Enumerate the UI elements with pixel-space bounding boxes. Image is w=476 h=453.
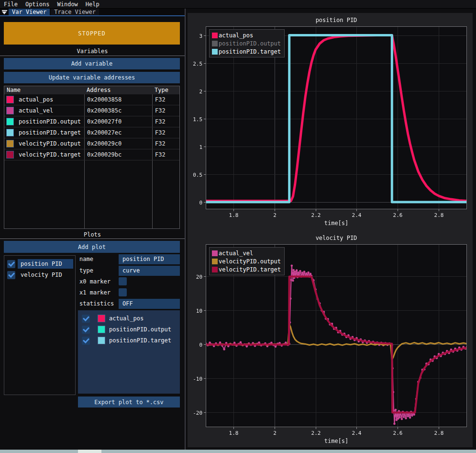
menu-item-options[interactable]: Options	[22, 0, 54, 9]
statistics-field[interactable]: OFF	[119, 299, 180, 309]
status-button[interactable]: STOPPED	[4, 22, 180, 45]
plot-list-item-position-pid[interactable]: position PID	[7, 259, 73, 269]
plot-list-item-label[interactable]: velocity PID	[18, 270, 73, 280]
variable-type: F32	[152, 96, 179, 103]
update-variable-addresses-button[interactable]: Update variable addresses	[4, 72, 180, 83]
menu-item-help[interactable]: Help	[82, 0, 103, 9]
variable-name: actual_pos	[14, 96, 53, 103]
x1-marker-label: x1 marker	[79, 288, 111, 298]
var-viewer-panel: STOPPED Variables Add variable Update va…	[0, 17, 185, 450]
series-label: actual_pos	[109, 315, 144, 322]
series-item[interactable]: positionPID.output	[82, 324, 177, 335]
plot-list-item-velocity-pid[interactable]: velocity PID	[7, 270, 73, 280]
chart-legend: actual_velvelocityPID.outputvelocityPID.…	[209, 247, 285, 275]
variable-address: 0x200027f0	[84, 118, 152, 125]
series-item[interactable]: actual_pos	[82, 313, 177, 324]
legend-item[interactable]: positionPID.output	[212, 39, 281, 47]
variable-row[interactable]: actual_pos 0x20003858 F32	[4, 94, 179, 105]
variable-type: F32	[152, 107, 179, 114]
variables-table: Name Address Type actual_pos 0x20003858 …	[4, 86, 180, 229]
type-field[interactable]: curve	[119, 266, 180, 276]
plots-section-label: Plots	[0, 231, 185, 238]
variable-type: F32	[152, 151, 179, 158]
dock-toggle-icon[interactable]	[0, 9, 9, 15]
chart-legend: actual_pospositionPID.outputpositionPID.…	[209, 29, 285, 57]
variable-color-swatch[interactable]	[6, 96, 14, 103]
legend-label: velocityPID.output	[219, 258, 281, 265]
series-color-swatch[interactable]	[98, 337, 105, 344]
table-header: Name Address Type	[4, 86, 179, 94]
variable-name: velocityPID.output	[14, 140, 81, 147]
legend-swatch	[212, 33, 218, 38]
legend-item[interactable]: actual_pos	[212, 31, 281, 39]
chart-title: velocity PID	[206, 235, 467, 241]
variable-row[interactable]: velocityPID.target 0x200029bc F32	[4, 149, 179, 160]
column-header-type: Type	[152, 86, 179, 94]
menu-item-file[interactable]: File	[0, 0, 22, 9]
legend-swatch	[212, 250, 218, 256]
variable-name: positionPID.target	[14, 129, 81, 136]
plot-list-item-label[interactable]: position PID	[18, 259, 73, 269]
variable-type: F32	[152, 118, 179, 125]
tab-bar: Var Viewer Trace Viewer	[0, 9, 185, 16]
legend-swatch	[212, 41, 218, 46]
column-header-address: Address	[84, 86, 152, 94]
name-field-label: name	[79, 254, 93, 264]
variable-row[interactable]: positionPID.target 0x200027ec F32	[4, 127, 179, 138]
variable-name: actual_vel	[14, 107, 53, 114]
menu-item-window[interactable]: Window	[53, 0, 81, 9]
variable-color-swatch[interactable]	[6, 129, 14, 136]
variable-address: 0x2000385c	[84, 107, 152, 114]
series-visible-checkbox[interactable]	[82, 337, 90, 345]
series-color-swatch[interactable]	[98, 326, 105, 333]
variable-row[interactable]: positionPID.output 0x200027f0 F32	[4, 116, 179, 127]
variable-row[interactable]: velocityPID.output 0x200029c0 F32	[4, 138, 179, 149]
series-visible-checkbox[interactable]	[82, 326, 90, 334]
plot-visible-checkbox[interactable]	[7, 271, 15, 279]
variable-address: 0x200029bc	[84, 151, 152, 158]
variable-color-swatch[interactable]	[6, 118, 14, 125]
chart-card-position-pid: position PID actual_pospositionPID.outpu…	[188, 13, 473, 229]
legend-label: positionPID.output	[219, 40, 281, 47]
chart-card-velocity-pid: velocity PID actual_velvelocityPID.outpu…	[188, 231, 473, 447]
charts-panel: position PID actual_pospositionPID.outpu…	[188, 13, 473, 447]
x0-marker-checkbox[interactable]	[119, 277, 127, 285]
horizontal-scrollbar[interactable]	[0, 450, 476, 453]
add-variable-button[interactable]: Add variable	[4, 58, 180, 69]
x0-marker-label: x0 marker	[79, 277, 111, 287]
x-axis-label: time[s]	[206, 220, 467, 226]
plot-visible-checkbox[interactable]	[7, 260, 15, 268]
x1-marker-checkbox[interactable]	[119, 288, 127, 296]
export-csv-button[interactable]: Export plot to *.csv	[78, 396, 180, 408]
series-label: positionPID.target	[109, 337, 171, 344]
series-item[interactable]: positionPID.target	[82, 335, 177, 346]
column-header-name: Name	[4, 86, 84, 94]
app-window: File Options Window Help Var Viewer Trac…	[0, 0, 476, 453]
variable-type: F32	[152, 140, 179, 147]
legend-swatch	[212, 259, 218, 264]
variable-color-swatch[interactable]	[6, 107, 14, 114]
add-plot-button[interactable]: Add plot	[4, 241, 180, 253]
plot-series-list: actual_pos positionPID.output positionPI…	[78, 310, 180, 394]
series-visible-checkbox[interactable]	[82, 315, 90, 323]
tab-var-viewer[interactable]: Var Viewer	[9, 9, 50, 15]
legend-item[interactable]: positionPID.target	[212, 47, 281, 56]
legend-swatch	[212, 267, 218, 272]
legend-item[interactable]: actual_vel	[212, 249, 281, 257]
tab-trace-viewer[interactable]: Trace Viewer	[51, 9, 99, 15]
variable-address: 0x200027ec	[84, 129, 152, 136]
type-field-label: type	[79, 266, 93, 276]
variable-type: F32	[152, 129, 179, 136]
chart-title: position PID	[206, 17, 467, 23]
variable-address: 0x200029c0	[84, 140, 152, 147]
name-field[interactable]: position PID	[119, 254, 180, 264]
dock-icon-triangle	[2, 11, 7, 14]
series-label: positionPID.output	[109, 326, 171, 333]
variable-row[interactable]: actual_vel 0x2000385c F32	[4, 105, 179, 116]
variable-color-swatch[interactable]	[6, 140, 14, 147]
variable-color-swatch[interactable]	[6, 151, 14, 159]
series-color-swatch[interactable]	[98, 315, 105, 322]
scrollbar-thumb[interactable]	[78, 450, 101, 453]
legend-item[interactable]: velocityPID.output	[212, 257, 281, 265]
legend-item[interactable]: velocityPID.target	[212, 265, 281, 273]
